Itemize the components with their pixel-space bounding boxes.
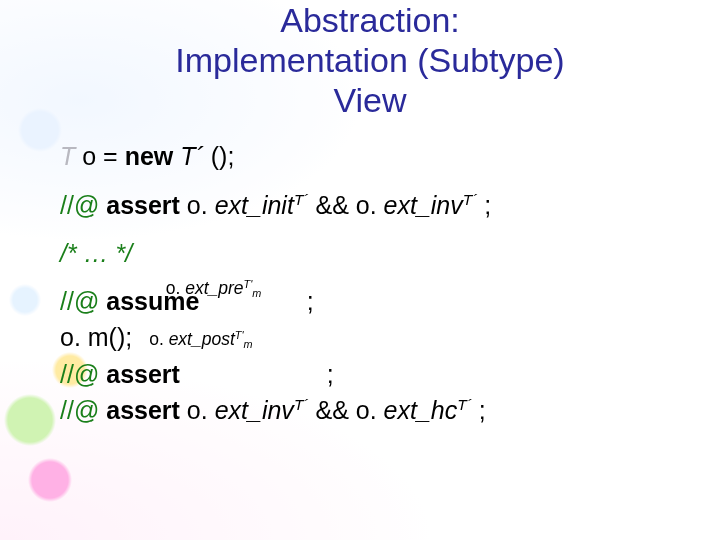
ellipsis-comment: /* … */	[60, 239, 132, 267]
code-line-call: o. m(); o. ext_postT'm	[60, 319, 680, 355]
semi-2: ;	[300, 287, 314, 315]
sup-type-prime-2: T´	[463, 191, 478, 208]
type-var: T	[60, 142, 75, 170]
comment-prefix-2: //@	[60, 287, 99, 315]
code-line-assert-inv: //@ assert o. ext_invT´ && o. ext_hcT´ ;	[60, 392, 680, 428]
title-line-1: Abstraction:	[280, 1, 460, 39]
semi-3: ;	[320, 360, 334, 388]
code-line-assert-post: //@ assert ;	[60, 356, 680, 392]
ext-init: ext_init	[215, 191, 294, 219]
sup-type-prime: T´	[294, 191, 309, 208]
code-line-declaration: T o = new T´ ();	[60, 138, 680, 174]
code-line-ellipsis: /* … */	[60, 235, 680, 271]
ext-pre: ext_pre	[185, 278, 243, 298]
assert-keyword: assert	[106, 191, 180, 219]
new-keyword: new	[125, 142, 174, 170]
sup-type-prime-3: T'	[244, 278, 253, 290]
type-prime: T´	[180, 142, 204, 170]
ext-inv: ext_inv	[384, 191, 463, 219]
code-line-assert-init: //@ assert o. ext_initT´ && o. ext_invT´…	[60, 187, 680, 223]
slide-body: T o = new T´ (); //@ assert o. ext_initT…	[60, 138, 680, 428]
assert-keyword-2: assert	[106, 360, 180, 388]
comment-prefix-4: //@	[60, 396, 99, 424]
sup-type-prime-4: T'	[235, 329, 244, 341]
comment-prefix-3: //@	[60, 360, 99, 388]
method-call: o. m();	[60, 323, 132, 351]
decl-suffix: ();	[211, 142, 235, 170]
ext-inv-2: ext_inv	[215, 396, 294, 424]
semi-4: ;	[472, 396, 486, 424]
and-op-2: &&	[309, 396, 356, 424]
sub-m: m	[252, 287, 261, 299]
title-line-3: View	[333, 81, 406, 119]
code-line-assume: //@ assume o. ext_preT'm ;	[60, 283, 680, 319]
ext-post: ext_post	[169, 329, 235, 349]
o-dot: o.	[180, 191, 215, 219]
ext-hc: ext_hc	[384, 396, 458, 424]
semi: ;	[477, 191, 491, 219]
and-op: &&	[309, 191, 356, 219]
slide-title: Abstraction: Implementation (Subtype) Vi…	[60, 0, 680, 120]
decl-prefix: o =	[75, 142, 124, 170]
slide: Abstraction: Implementation (Subtype) Vi…	[0, 0, 720, 460]
o-dot-2: o.	[180, 396, 215, 424]
sup-type-prime-5: T´	[294, 396, 309, 413]
title-line-2: Implementation (Subtype)	[175, 41, 564, 79]
comment-prefix: //@	[60, 191, 99, 219]
assert-keyword-3: assert	[106, 396, 180, 424]
sup-type-prime-6: T´	[457, 396, 472, 413]
sub-m-2: m	[244, 338, 253, 350]
